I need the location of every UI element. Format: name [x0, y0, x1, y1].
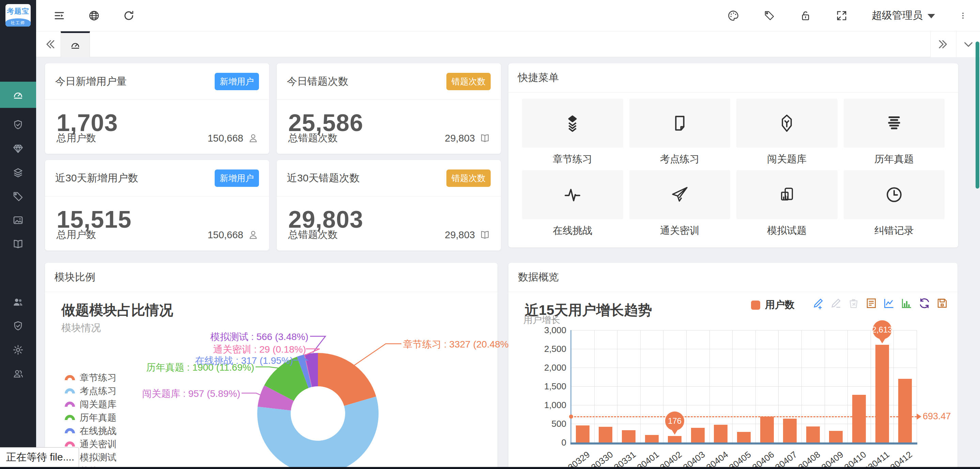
fullscreen-icon[interactable] [835, 10, 848, 22]
chevron-down-icon [928, 14, 935, 18]
paper-plane-icon [670, 185, 689, 204]
y-axis-tick-label: 2,500 [525, 344, 566, 354]
bar-20230409[interactable] [829, 431, 843, 442]
sidebar-item-tag[interactable] [0, 184, 36, 208]
bar-20230407[interactable] [783, 418, 797, 442]
palette-icon[interactable] [727, 10, 740, 22]
y-axis-tick-label: 1,500 [525, 381, 566, 392]
sidebar-item-layers[interactable] [0, 161, 36, 184]
x-gridline [778, 330, 779, 442]
average-line-label: 693.47 [923, 411, 951, 422]
sidebar-item-gem[interactable] [0, 137, 36, 161]
y-axis-tick-label: 2,000 [525, 363, 566, 373]
bar-20230402[interactable] [668, 436, 681, 442]
quick-menu-title: 快捷菜单 [508, 63, 958, 93]
pie-callout: 闯关题库 : 957 (5.89%) [142, 387, 240, 400]
pulse-icon [563, 185, 582, 204]
stat-footer-value: 29,803 [445, 230, 475, 241]
sidebar-item-shield-check[interactable] [0, 113, 36, 137]
open-book-icon [479, 229, 491, 241]
stat-card-title: 近30天错题次数 [287, 171, 360, 185]
quick-menu-card: 快捷菜单 章节练习 考点练习 闯关题库 历年真题 [508, 63, 958, 247]
x-axis-line [570, 442, 917, 445]
x-gridline [640, 330, 641, 442]
mark-point-max: 2,613 [873, 320, 892, 339]
bar-20230411[interactable] [875, 345, 889, 442]
stat-footer-value: 29,803 [445, 133, 475, 144]
quick-item-level-bank[interactable]: 闯关题库 [737, 99, 838, 166]
x-gridline [663, 330, 663, 442]
cube-icon [777, 114, 796, 133]
layers-stack-icon [563, 114, 582, 133]
bar-20230329[interactable] [576, 425, 590, 442]
tab-dashboard[interactable] [60, 31, 90, 57]
sidebar-item-shield-check-2[interactable] [0, 314, 36, 338]
x-gridline [870, 330, 871, 442]
quick-item-online-challenge[interactable]: 在线挑战 [522, 170, 623, 238]
quick-item-mock-exam[interactable]: 模拟试题 [737, 170, 838, 238]
chevrons-right-icon[interactable] [930, 31, 956, 57]
x-gridline [756, 330, 756, 442]
x-gridline [710, 330, 710, 442]
dashboard-gauge-icon [12, 89, 24, 101]
pie-callout: 模拟测试 : 566 (3.48%) [210, 331, 309, 344]
user-icon [247, 229, 259, 241]
user-menu[interactable]: 超级管理员 [872, 8, 935, 22]
chevrons-left-icon[interactable] [41, 36, 59, 52]
donut-slice-章节练习[interactable] [318, 353, 376, 406]
refresh-icon[interactable] [123, 10, 135, 22]
user-group-icon [12, 368, 24, 379]
stat-card-header: 近30天错题次数 错题次数 [277, 160, 501, 196]
bar-20230403[interactable] [691, 428, 705, 442]
status-badge: 新增用户 [215, 73, 259, 90]
bar-20230412[interactable] [898, 379, 912, 442]
tag-icon[interactable] [763, 10, 776, 22]
users-filled-icon [12, 296, 24, 308]
bar-20230330[interactable] [599, 427, 612, 442]
clock-icon [885, 185, 904, 204]
sidebar-item-book[interactable] [0, 232, 36, 256]
bar-20230401[interactable] [645, 435, 659, 442]
quick-item-past-papers[interactable]: 历年真题 [844, 99, 945, 166]
stat-footer: 总错题次数 29,803 [288, 228, 491, 242]
globe-icon[interactable] [88, 10, 100, 22]
bar-chart-plot: 05001,0001,5002,0002,5003,00020230329202… [508, 263, 958, 469]
data-overview-card: 数据概览 近15天用户增长趋势 用户数 用户增长 05001,0001,5002… [508, 263, 958, 469]
x-gridline [916, 330, 917, 442]
mark-point-min: 176 [665, 412, 684, 431]
page-scrollbar-thumb[interactable] [975, 41, 979, 189]
x-gridline [686, 330, 687, 442]
stat-footer-value: 150,668 [207, 133, 243, 144]
quick-item-point-practice[interactable]: 考点练习 [629, 99, 730, 166]
collapse-menu-icon[interactable] [53, 10, 65, 22]
stat-card-title: 今日新增用户量 [55, 74, 127, 89]
y-gridline [571, 330, 916, 331]
sidebar-item-image[interactable] [0, 208, 36, 232]
kebab-menu-icon[interactable] [959, 10, 967, 22]
stat-card-title: 近30天新增用户数 [55, 171, 138, 185]
stat-card-today-errors: 今日错题次数 错题次数 25,586 总错题次数 29,803 [277, 63, 501, 154]
sidebar-item-settings[interactable] [0, 338, 36, 362]
gear-icon [12, 344, 24, 356]
bar-20230331[interactable] [622, 430, 635, 442]
stat-footer: 总用户数 150,668 [57, 228, 259, 242]
sidebar-item-users[interactable] [0, 290, 36, 314]
bar-20230406[interactable] [760, 417, 774, 442]
lock-icon[interactable] [799, 10, 812, 22]
quick-item-chapter-practice[interactable]: 章节练习 [522, 99, 623, 166]
x-gridline [594, 330, 595, 442]
bar-20230405[interactable] [737, 432, 751, 442]
bar-20230404[interactable] [714, 425, 727, 442]
layers-icon [12, 167, 24, 178]
bar-20230408[interactable] [806, 426, 820, 442]
topbar-left [53, 10, 135, 22]
sidebar-item-dashboard[interactable] [0, 82, 36, 108]
bar-20230410[interactable] [852, 395, 866, 442]
quick-item-error-records[interactable]: 纠错记录 [844, 170, 945, 238]
y-axis-line [570, 330, 571, 444]
app-logo[interactable]: 考题宝 社工师 [5, 4, 31, 27]
stat-footer-label: 总用户数 [57, 228, 96, 242]
sidebar-item-user-group[interactable] [0, 362, 36, 386]
quick-item-pass-training[interactable]: 通关密训 [629, 170, 730, 238]
logo-subtitle: 社工师 [5, 18, 31, 27]
